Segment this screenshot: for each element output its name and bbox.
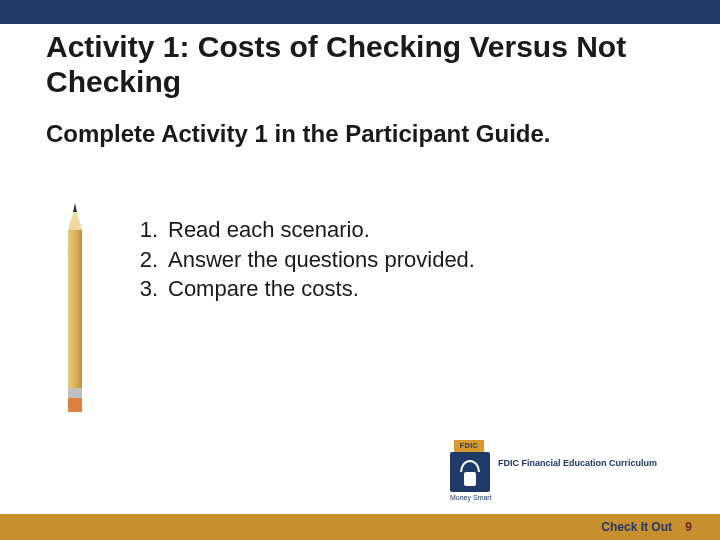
logo-badge: FDIC (454, 440, 484, 452)
step-number: 1. (130, 215, 158, 245)
step-item: 2. Answer the questions provided. (130, 245, 475, 275)
fdic-logo: FDIC FDIC Financial Education Curriculum… (450, 444, 670, 492)
bottom-bar: Check It Out 9 (0, 514, 720, 540)
svg-marker-2 (73, 203, 77, 212)
step-text: Read each scenario. (168, 215, 370, 245)
step-text: Compare the costs. (168, 274, 359, 304)
footer-label: Check It Out (601, 520, 672, 534)
svg-rect-0 (68, 230, 82, 390)
pencil-icon (60, 200, 90, 420)
slide-title: Activity 1: Costs of Checking Versus Not… (46, 30, 680, 99)
footer: Check It Out 9 (601, 514, 692, 540)
slide-subtitle: Complete Activity 1 in the Participant G… (46, 120, 680, 148)
step-number: 2. (130, 245, 158, 275)
logo-caption: Money Smart (450, 494, 492, 501)
svg-marker-1 (68, 206, 82, 230)
money-smart-icon (450, 452, 490, 492)
step-text: Answer the questions provided. (168, 245, 475, 275)
top-bar (0, 0, 720, 24)
svg-rect-4 (68, 398, 82, 412)
step-number: 3. (130, 274, 158, 304)
page-number: 9 (685, 520, 692, 534)
logo-text: FDIC Financial Education Curriculum (498, 458, 657, 468)
step-item: 1. Read each scenario. (130, 215, 475, 245)
slide: Activity 1: Costs of Checking Versus Not… (0, 0, 720, 540)
step-item: 3. Compare the costs. (130, 274, 475, 304)
svg-rect-3 (68, 388, 82, 398)
steps-list: 1. Read each scenario. 2. Answer the que… (130, 215, 475, 304)
